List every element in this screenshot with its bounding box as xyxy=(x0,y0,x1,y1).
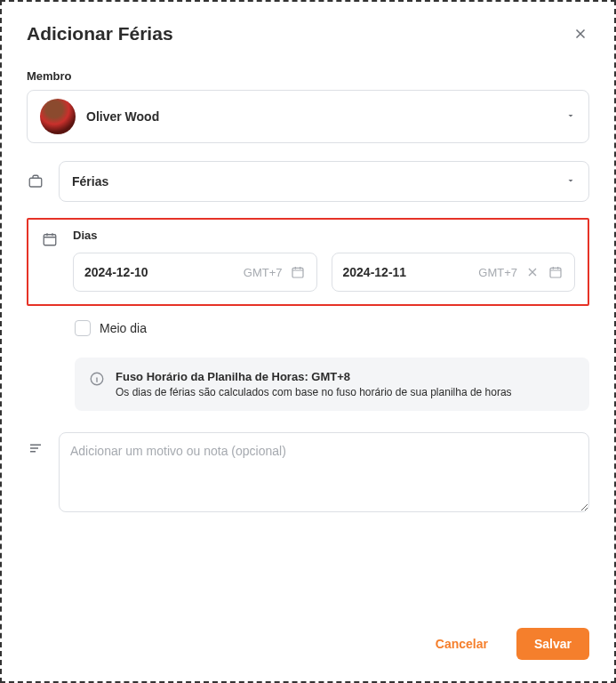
note-row xyxy=(27,432,589,512)
modal-title: Adicionar Férias xyxy=(27,23,173,44)
halfday-label: Meio dia xyxy=(100,321,147,335)
chevron-down-icon xyxy=(565,108,576,125)
add-vacation-modal: Adicionar Férias Membro Oliver Wood Féri… xyxy=(0,0,616,683)
calendar-icon xyxy=(41,230,59,248)
chevron-down-icon xyxy=(565,174,576,189)
calendar-icon xyxy=(548,264,564,280)
info-description: Os dias de férias são calculados com bas… xyxy=(116,386,512,398)
end-date-input[interactable]: 2024-12-11 GMT+7 xyxy=(332,253,576,292)
days-label: Dias xyxy=(73,229,575,242)
save-button[interactable]: Salvar xyxy=(516,628,589,660)
halfday-checkbox[interactable] xyxy=(75,320,91,336)
svg-rect-0 xyxy=(29,178,42,187)
note-textarea[interactable] xyxy=(59,432,589,512)
close-button[interactable] xyxy=(572,25,589,43)
close-icon xyxy=(525,265,540,279)
svg-rect-1 xyxy=(44,235,56,245)
member-section: Membro Oliver Wood xyxy=(27,69,589,143)
type-row: Férias xyxy=(27,161,589,202)
info-icon xyxy=(89,371,105,387)
timezone-info: Fuso Horário da Planilha de Horas: GMT+8… xyxy=(75,358,589,411)
avatar xyxy=(40,99,76,134)
notes-icon xyxy=(27,439,44,457)
end-date-value: 2024-12-11 xyxy=(343,265,472,279)
info-title: Fuso Horário da Planilha de Horas: GMT+8 xyxy=(116,370,512,383)
start-date-input[interactable]: 2024-12-10 GMT+7 xyxy=(73,253,317,292)
member-select[interactable]: Oliver Wood xyxy=(27,90,589,143)
member-label: Membro xyxy=(27,69,589,83)
cancel-button[interactable]: Cancelar xyxy=(418,628,506,660)
halfday-row: Meio dia xyxy=(75,320,589,336)
close-icon xyxy=(572,26,588,42)
modal-header: Adicionar Férias xyxy=(27,23,589,44)
svg-rect-2 xyxy=(292,268,303,277)
member-name: Oliver Wood xyxy=(86,109,159,124)
type-select[interactable]: Férias xyxy=(59,161,589,202)
start-tz: GMT+7 xyxy=(244,266,283,279)
start-date-value: 2024-12-10 xyxy=(84,265,236,279)
days-section: Dias 2024-12-10 GMT+7 2024-12-11 GMT+7 xyxy=(27,218,589,306)
clear-end-date[interactable] xyxy=(524,264,540,280)
end-tz: GMT+7 xyxy=(478,266,517,279)
calendar-icon xyxy=(290,264,306,280)
modal-footer: Cancelar Salvar xyxy=(27,610,589,660)
briefcase-icon xyxy=(27,173,44,190)
type-value: Férias xyxy=(72,174,108,189)
svg-rect-3 xyxy=(550,268,561,277)
